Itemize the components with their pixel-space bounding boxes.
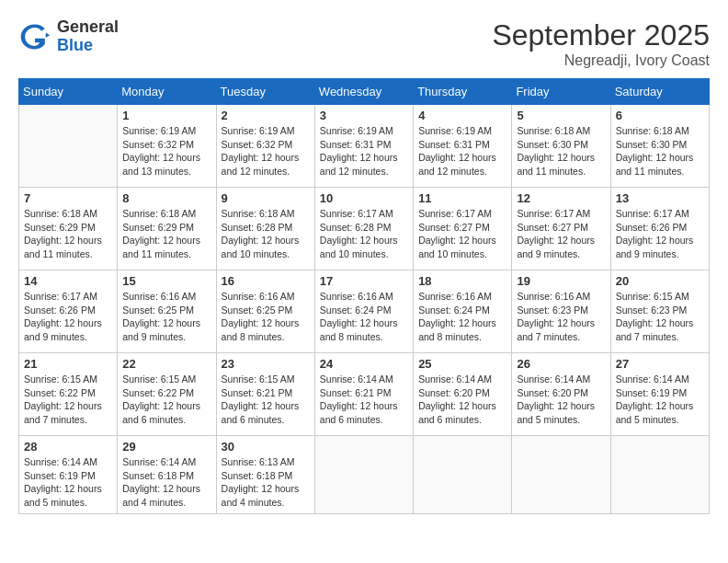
- day-number: 10: [320, 191, 408, 205]
- calendar-cell: 16Sunrise: 6:16 AMSunset: 6:25 PMDayligh…: [216, 270, 314, 353]
- calendar-cell: 17Sunrise: 6:16 AMSunset: 6:24 PMDayligh…: [314, 270, 413, 353]
- calendar-cell: 7Sunrise: 6:18 AMSunset: 6:29 PMDaylight…: [19, 188, 118, 270]
- day-info: Sunrise: 6:17 AMSunset: 6:27 PMDaylight:…: [418, 207, 506, 261]
- calendar-cell: 4Sunrise: 6:19 AMSunset: 6:31 PMDaylight…: [414, 105, 512, 188]
- day-header-friday: Friday: [512, 79, 610, 105]
- calendar-cell: 26Sunrise: 6:14 AMSunset: 6:20 PMDayligh…: [512, 353, 610, 436]
- logo-text: General Blue: [57, 18, 119, 55]
- calendar-cell: 3Sunrise: 6:19 AMSunset: 6:31 PMDaylight…: [314, 105, 413, 188]
- day-header-wednesday: Wednesday: [314, 79, 413, 105]
- calendar-cell: 25Sunrise: 6:14 AMSunset: 6:20 PMDayligh…: [414, 353, 512, 436]
- page-header: General Blue September 2025 Negreadji, I…: [18, 18, 710, 69]
- calendar-week-row: 1Sunrise: 6:19 AMSunset: 6:32 PMDaylight…: [19, 105, 710, 188]
- location-subtitle: Negreadji, Ivory Coast: [492, 52, 710, 69]
- day-info: Sunrise: 6:14 AMSunset: 6:19 PMDaylight:…: [24, 455, 112, 510]
- day-number: 5: [517, 109, 605, 122]
- calendar-week-row: 21Sunrise: 6:15 AMSunset: 6:22 PMDayligh…: [19, 353, 710, 436]
- calendar-cell: 5Sunrise: 6:18 AMSunset: 6:30 PMDaylight…: [512, 105, 610, 188]
- calendar-week-row: 28Sunrise: 6:14 AMSunset: 6:19 PMDayligh…: [19, 436, 710, 514]
- day-number: 21: [24, 357, 112, 371]
- day-info: Sunrise: 6:15 AMSunset: 6:21 PMDaylight:…: [222, 373, 310, 427]
- calendar-header-row: SundayMondayTuesdayWednesdayThursdayFrid…: [19, 79, 710, 105]
- logo-icon: [18, 20, 51, 53]
- day-info: Sunrise: 6:19 AMSunset: 6:32 PMDaylight:…: [122, 124, 210, 178]
- day-number: 23: [222, 357, 310, 371]
- day-number: 25: [418, 357, 506, 371]
- day-info: Sunrise: 6:19 AMSunset: 6:31 PMDaylight:…: [320, 124, 408, 178]
- calendar-cell: 30Sunrise: 6:13 AMSunset: 6:18 PMDayligh…: [216, 436, 314, 514]
- day-info: Sunrise: 6:16 AMSunset: 6:24 PMDaylight:…: [418, 290, 506, 344]
- day-number: 4: [418, 109, 506, 122]
- calendar-cell: 6Sunrise: 6:18 AMSunset: 6:30 PMDaylight…: [610, 105, 709, 188]
- day-info: Sunrise: 6:18 AMSunset: 6:30 PMDaylight:…: [517, 124, 605, 178]
- calendar-week-row: 14Sunrise: 6:17 AMSunset: 6:26 PMDayligh…: [19, 270, 710, 353]
- day-info: Sunrise: 6:14 AMSunset: 6:20 PMDaylight:…: [517, 373, 605, 427]
- calendar-cell: [414, 436, 512, 514]
- day-number: 15: [122, 274, 210, 288]
- day-info: Sunrise: 6:17 AMSunset: 6:28 PMDaylight:…: [320, 207, 408, 261]
- day-number: 20: [616, 274, 704, 288]
- day-info: Sunrise: 6:18 AMSunset: 6:30 PMDaylight:…: [616, 124, 704, 178]
- day-number: 26: [517, 357, 605, 371]
- day-number: 7: [24, 191, 112, 205]
- day-info: Sunrise: 6:15 AMSunset: 6:23 PMDaylight:…: [616, 290, 704, 344]
- day-info: Sunrise: 6:17 AMSunset: 6:27 PMDaylight:…: [517, 207, 605, 261]
- day-number: 17: [320, 274, 408, 288]
- calendar-cell: 19Sunrise: 6:16 AMSunset: 6:23 PMDayligh…: [512, 270, 610, 353]
- calendar-cell: 2Sunrise: 6:19 AMSunset: 6:32 PMDaylight…: [216, 105, 314, 188]
- day-number: 14: [24, 274, 112, 288]
- day-number: 13: [616, 191, 704, 205]
- day-info: Sunrise: 6:16 AMSunset: 6:24 PMDaylight:…: [320, 290, 408, 344]
- calendar-week-row: 7Sunrise: 6:18 AMSunset: 6:29 PMDaylight…: [19, 188, 710, 270]
- day-number: 6: [616, 109, 704, 122]
- calendar-cell: 12Sunrise: 6:17 AMSunset: 6:27 PMDayligh…: [512, 188, 610, 270]
- day-info: Sunrise: 6:16 AMSunset: 6:25 PMDaylight:…: [122, 290, 210, 344]
- day-number: 12: [517, 191, 605, 205]
- day-info: Sunrise: 6:13 AMSunset: 6:18 PMDaylight:…: [222, 455, 310, 510]
- day-header-saturday: Saturday: [610, 79, 709, 105]
- calendar-cell: [19, 105, 118, 188]
- day-number: 30: [222, 440, 310, 454]
- day-info: Sunrise: 6:14 AMSunset: 6:20 PMDaylight:…: [418, 373, 506, 427]
- calendar-cell: 20Sunrise: 6:15 AMSunset: 6:23 PMDayligh…: [610, 270, 709, 353]
- day-header-monday: Monday: [118, 79, 216, 105]
- calendar-cell: 27Sunrise: 6:14 AMSunset: 6:19 PMDayligh…: [610, 353, 709, 436]
- day-info: Sunrise: 6:16 AMSunset: 6:23 PMDaylight:…: [517, 290, 605, 344]
- day-number: 22: [122, 357, 210, 371]
- day-header-thursday: Thursday: [414, 79, 512, 105]
- day-info: Sunrise: 6:19 AMSunset: 6:31 PMDaylight:…: [418, 124, 506, 178]
- day-header-sunday: Sunday: [19, 79, 118, 105]
- day-number: 19: [517, 274, 605, 288]
- day-number: 24: [320, 357, 408, 371]
- title-block: September 2025 Negreadji, Ivory Coast: [492, 18, 710, 69]
- calendar-cell: 24Sunrise: 6:14 AMSunset: 6:21 PMDayligh…: [314, 353, 413, 436]
- day-info: Sunrise: 6:17 AMSunset: 6:26 PMDaylight:…: [24, 290, 112, 344]
- calendar-cell: 18Sunrise: 6:16 AMSunset: 6:24 PMDayligh…: [414, 270, 512, 353]
- calendar-cell: 13Sunrise: 6:17 AMSunset: 6:26 PMDayligh…: [610, 188, 709, 270]
- day-info: Sunrise: 6:15 AMSunset: 6:22 PMDaylight:…: [24, 373, 112, 427]
- day-number: 3: [320, 109, 408, 122]
- calendar-cell: 29Sunrise: 6:14 AMSunset: 6:18 PMDayligh…: [118, 436, 216, 514]
- day-header-tuesday: Tuesday: [216, 79, 314, 105]
- calendar-cell: 15Sunrise: 6:16 AMSunset: 6:25 PMDayligh…: [118, 270, 216, 353]
- day-info: Sunrise: 6:18 AMSunset: 6:29 PMDaylight:…: [24, 207, 112, 261]
- day-info: Sunrise: 6:14 AMSunset: 6:18 PMDaylight:…: [122, 455, 210, 510]
- day-number: 9: [222, 191, 310, 205]
- calendar-cell: [314, 436, 413, 514]
- logo: General Blue: [18, 18, 119, 55]
- calendar-cell: 9Sunrise: 6:18 AMSunset: 6:28 PMDaylight…: [216, 188, 314, 270]
- day-number: 27: [616, 357, 704, 371]
- day-info: Sunrise: 6:15 AMSunset: 6:22 PMDaylight:…: [122, 373, 210, 427]
- day-number: 28: [24, 440, 112, 454]
- calendar-cell: 22Sunrise: 6:15 AMSunset: 6:22 PMDayligh…: [118, 353, 216, 436]
- calendar-table: SundayMondayTuesdayWednesdayThursdayFrid…: [18, 78, 710, 514]
- calendar-cell: 10Sunrise: 6:17 AMSunset: 6:28 PMDayligh…: [314, 188, 413, 270]
- day-info: Sunrise: 6:14 AMSunset: 6:19 PMDaylight:…: [616, 373, 704, 427]
- calendar-cell: 11Sunrise: 6:17 AMSunset: 6:27 PMDayligh…: [414, 188, 512, 270]
- calendar-cell: 14Sunrise: 6:17 AMSunset: 6:26 PMDayligh…: [19, 270, 118, 353]
- day-info: Sunrise: 6:14 AMSunset: 6:21 PMDaylight:…: [320, 373, 408, 427]
- day-number: 8: [122, 191, 210, 205]
- calendar-cell: [610, 436, 709, 514]
- day-number: 29: [122, 440, 210, 454]
- month-title: September 2025: [492, 18, 710, 52]
